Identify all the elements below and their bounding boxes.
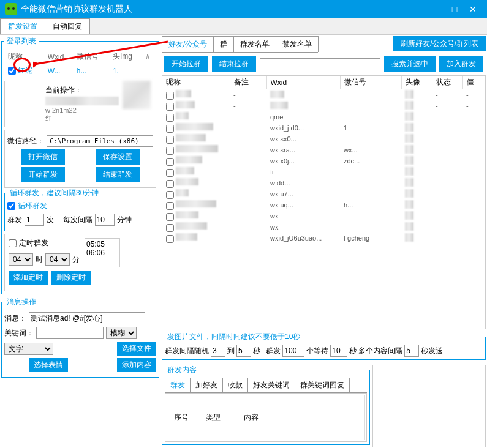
timer-min-select[interactable]: 04 bbox=[45, 253, 70, 266]
row-checkbox[interactable] bbox=[166, 224, 174, 232]
table-row[interactable]: - w dd... -- bbox=[162, 177, 485, 189]
loop-count-input[interactable] bbox=[25, 214, 44, 226]
table-row[interactable]: - -- bbox=[162, 89, 485, 101]
refresh-button[interactable]: 刷新好友/公众号/群列表 bbox=[393, 36, 486, 51]
tab-add-friend[interactable]: 加好友 bbox=[190, 378, 223, 392]
tab-groups[interactable]: 群 bbox=[213, 36, 234, 52]
table-row[interactable]: - qme -- bbox=[162, 111, 485, 122]
table-row[interactable]: - fi -- bbox=[162, 166, 485, 177]
row-checkbox[interactable] bbox=[166, 169, 174, 177]
batch-wait-input[interactable] bbox=[330, 345, 347, 357]
search-input[interactable] bbox=[260, 58, 380, 70]
login-row-checkbox[interactable] bbox=[8, 67, 16, 75]
preview-pane bbox=[372, 365, 486, 447]
loop-interval-input[interactable] bbox=[95, 214, 115, 226]
tab-friends[interactable]: 好友/公众号 bbox=[162, 36, 214, 52]
login-row[interactable]: 红泥 W... h... 1. bbox=[6, 64, 155, 77]
path-input[interactable] bbox=[47, 135, 153, 147]
table-row[interactable]: - wx x0j... zdc... -- bbox=[162, 155, 485, 166]
login-list-legend: 登录列表 bbox=[4, 36, 39, 47]
tab-ban-list[interactable]: 禁发名单 bbox=[276, 36, 319, 52]
row-checkbox[interactable] bbox=[166, 147, 174, 155]
tab-group-settings[interactable]: 群发设置 bbox=[0, 18, 45, 34]
start-send-button[interactable]: 开始群发 bbox=[21, 167, 65, 182]
end-send-button[interactable]: 结束群发 bbox=[96, 167, 140, 182]
timer-checkbox[interactable] bbox=[9, 239, 17, 247]
end-pull-button[interactable]: 结束拉群 bbox=[212, 56, 256, 72]
col-img: 头Img bbox=[110, 50, 142, 63]
close-button[interactable]: ✕ bbox=[464, 3, 482, 15]
start-pull-button[interactable]: 开始拉群 bbox=[164, 56, 208, 72]
content-gap-input[interactable] bbox=[404, 345, 419, 357]
row-checkbox[interactable] bbox=[166, 125, 174, 133]
keyword-input[interactable] bbox=[36, 327, 104, 339]
interval-min-input[interactable] bbox=[211, 345, 225, 357]
interval-max-input[interactable] bbox=[236, 345, 251, 357]
right-tabstrip: 好友/公众号 群 群发名单 禁发名单 bbox=[162, 36, 318, 53]
login-nick: 红泥 bbox=[18, 66, 32, 75]
row-checkbox[interactable] bbox=[166, 92, 174, 100]
app-icon bbox=[5, 3, 17, 15]
tab-group-kw[interactable]: 群关键词回复 bbox=[295, 378, 350, 392]
table-row[interactable]: - -- bbox=[162, 100, 485, 111]
send-content-group: 群发内容 群发 加好友 收款 好友关键词 群关键词回复 序号 类型 内容 bbox=[162, 365, 370, 445]
pic-legend: 发图片文件，间隔时间建议不要低于10秒 bbox=[165, 332, 303, 342]
row-checkbox[interactable] bbox=[166, 235, 174, 243]
tab-send-list[interactable]: 群发名单 bbox=[233, 36, 276, 52]
table-row[interactable]: - wx u7... -- bbox=[162, 189, 485, 200]
login-list-group: 登录列表 昵称 Wxid 微信号 头Img # 红泥 W... h... 1. bbox=[1, 36, 159, 294]
minimize-button[interactable]: — bbox=[427, 3, 445, 15]
row-checkbox[interactable] bbox=[166, 213, 174, 221]
del-timer-button[interactable]: 删除定时 bbox=[51, 271, 91, 285]
loop-send-group: 循环群发，建议间隔30分钟 循环群发 群发 次 每次间隔 分钟 bbox=[4, 188, 156, 231]
row-checkbox[interactable] bbox=[166, 103, 174, 111]
table-row[interactable]: - wx -- bbox=[162, 211, 485, 222]
content-table: 序号 类型 内容 bbox=[165, 393, 367, 442]
save-config-button[interactable]: 保存设置 bbox=[96, 149, 140, 165]
tab-collect[interactable]: 收款 bbox=[222, 378, 248, 392]
row-checkbox[interactable] bbox=[166, 191, 174, 199]
friends-table-container[interactable]: 昵称 备注 Wxid 微信号 头像 状态 僵 - -- - -- - qme -… bbox=[162, 75, 486, 329]
login-table: 昵称 Wxid 微信号 头Img # 红泥 W... h... 1. bbox=[4, 49, 156, 78]
timer-list[interactable]: 05:05 06:06 bbox=[85, 238, 120, 267]
join-send-button[interactable]: 加入群发 bbox=[439, 56, 483, 72]
maximize-button[interactable]: □ bbox=[445, 3, 464, 15]
loop-checkbox[interactable] bbox=[7, 202, 15, 210]
col-wxid: Wxid bbox=[45, 50, 73, 63]
table-row[interactable]: - wx sx0... -- bbox=[162, 133, 485, 144]
msg-type-select[interactable]: 文字 bbox=[4, 343, 53, 355]
titlebar: 全能微信营销协议群发机器人 — □ ✕ bbox=[0, 0, 487, 18]
avatar-blur bbox=[123, 81, 151, 109]
batch-count-input[interactable] bbox=[282, 345, 304, 357]
search-select-button[interactable]: 搜素并选中 bbox=[384, 56, 436, 72]
col-nick: 昵称 bbox=[6, 50, 44, 63]
table-row[interactable]: - wx sra... wx... -- bbox=[162, 144, 485, 155]
tab-friend-kw[interactable]: 好友关键词 bbox=[247, 378, 295, 392]
table-row[interactable]: - wx uq... h... -- bbox=[162, 200, 485, 211]
keyword-mode-select[interactable]: 模糊 bbox=[106, 327, 137, 339]
timer-hour-select[interactable]: 04 bbox=[9, 253, 33, 266]
add-content-button[interactable]: 添加内容 bbox=[117, 358, 156, 372]
table-row[interactable]: - wxid_j d0... 1 -- bbox=[162, 122, 485, 133]
row-checkbox[interactable] bbox=[166, 180, 174, 188]
main-tabstrip: 群发设置 自动回复 bbox=[0, 18, 487, 35]
tab-send[interactable]: 群发 bbox=[165, 378, 191, 392]
row-checkbox[interactable] bbox=[166, 114, 174, 122]
select-file-button[interactable]: 选择文件 bbox=[117, 342, 156, 356]
table-row[interactable]: - wxid_jU6u3uao... t gcheng -- bbox=[162, 233, 485, 244]
loop-legend: 循环群发，建议间隔30分钟 bbox=[7, 188, 101, 198]
content-legend: 群发内容 bbox=[165, 365, 199, 375]
tab-auto-reply[interactable]: 自动回复 bbox=[45, 18, 90, 34]
msg-legend: 消息操作 bbox=[4, 297, 39, 307]
table-row[interactable]: - wx -- bbox=[162, 222, 485, 233]
open-wechat-button[interactable]: 打开微信 bbox=[21, 149, 65, 165]
row-checkbox[interactable] bbox=[166, 158, 174, 166]
add-timer-button[interactable]: 添加定时 bbox=[9, 271, 48, 285]
msg-input[interactable] bbox=[29, 312, 145, 324]
friends-table: 昵称 备注 Wxid 微信号 头像 状态 僵 - -- - -- - qme -… bbox=[162, 76, 485, 244]
select-emoji-button[interactable]: 选择表情 bbox=[29, 358, 68, 372]
row-checkbox[interactable] bbox=[166, 136, 174, 144]
pic-send-group: 发图片文件，间隔时间建议不要低于10秒 群发间隔随机 到 秒 群发 个等待 秒 … bbox=[162, 332, 486, 360]
row-checkbox[interactable] bbox=[166, 202, 174, 210]
current-op-box: 当前操作： w 2n1m22 红 bbox=[4, 81, 156, 127]
